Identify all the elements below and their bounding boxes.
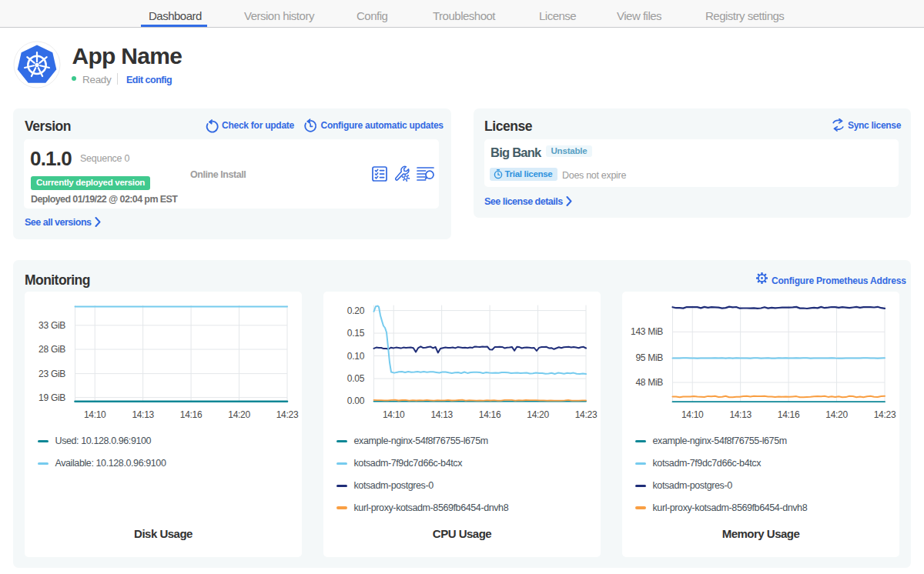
svg-text:14:23: 14:23 <box>874 409 896 420</box>
svg-text:48 MiB: 48 MiB <box>635 377 663 388</box>
svg-text:0.15: 0.15 <box>347 328 365 339</box>
svg-text:14:16: 14:16 <box>479 409 501 420</box>
svg-text:19 GiB: 19 GiB <box>38 392 65 403</box>
svg-text:14:13: 14:13 <box>430 409 453 420</box>
svg-text:14:10: 14:10 <box>681 409 704 420</box>
svg-text:14:23: 14:23 <box>276 409 299 420</box>
svg-text:14:10: 14:10 <box>84 409 106 420</box>
svg-text:14:13: 14:13 <box>729 409 752 420</box>
svg-text:143 MiB: 143 MiB <box>631 326 663 337</box>
svg-text:14:23: 14:23 <box>575 409 598 420</box>
svg-text:33 GiB: 33 GiB <box>38 320 65 331</box>
svg-text:23 GiB: 23 GiB <box>38 369 65 379</box>
svg-text:14:20: 14:20 <box>228 409 250 420</box>
svg-text:14:16: 14:16 <box>180 409 203 420</box>
svg-text:14:13: 14:13 <box>132 409 154 420</box>
svg-text:0.20: 0.20 <box>347 305 365 316</box>
svg-text:14:20: 14:20 <box>527 409 549 420</box>
svg-text:14:10: 14:10 <box>383 409 405 420</box>
svg-text:14:20: 14:20 <box>825 409 848 420</box>
svg-text:0.10: 0.10 <box>347 351 365 362</box>
svg-text:28 GiB: 28 GiB <box>38 344 65 355</box>
svg-text:0.05: 0.05 <box>347 373 365 384</box>
svg-text:95 MiB: 95 MiB <box>635 352 663 363</box>
svg-text:14:16: 14:16 <box>778 409 800 420</box>
svg-text:0.00: 0.00 <box>347 395 365 406</box>
